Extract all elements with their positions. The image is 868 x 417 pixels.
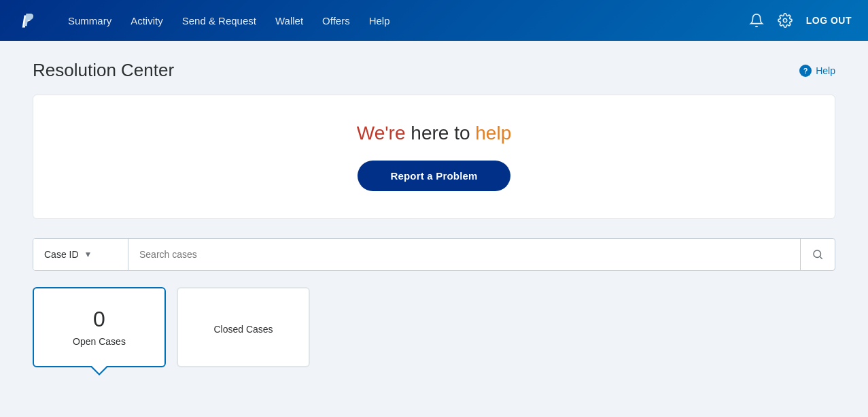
svg-point-1 — [814, 250, 821, 258]
help-circle-icon: ? — [799, 65, 812, 77]
help-link-label: Help — [816, 65, 835, 76]
navbar: Summary Activity Send & Request Wallet O… — [0, 0, 868, 41]
report-problem-button[interactable]: Report a Problem — [358, 161, 510, 191]
navbar-right: LOG OUT — [749, 13, 852, 28]
closed-cases-tab[interactable]: Closed Cases — [177, 287, 310, 367]
search-input[interactable] — [128, 239, 800, 270]
nav-wallet[interactable]: Wallet — [275, 15, 303, 27]
paypal-logo[interactable] — [16, 8, 41, 33]
search-bar: Case ID ▼ — [33, 238, 835, 271]
hero-title-were: We're — [357, 122, 406, 144]
open-cases-tab[interactable]: 0 Open Cases — [33, 287, 166, 367]
nav-links: Summary Activity Send & Request Wallet O… — [68, 15, 727, 27]
nav-summary[interactable]: Summary — [68, 15, 111, 27]
hero-title: We're here to help — [357, 122, 511, 144]
nav-activity[interactable]: Activity — [131, 15, 163, 27]
nav-help[interactable]: Help — [369, 15, 390, 27]
search-button[interactable] — [800, 239, 835, 270]
hero-title-help: help — [475, 122, 511, 144]
settings-button[interactable] — [778, 13, 793, 28]
case-id-dropdown[interactable]: Case ID ▼ — [33, 239, 128, 270]
svg-point-0 — [783, 18, 787, 22]
page-title: Resolution Center — [33, 60, 174, 81]
dropdown-label: Case ID — [44, 249, 79, 260]
open-cases-count: 0 — [93, 307, 105, 331]
open-cases-label: Open Cases — [73, 336, 126, 347]
nav-send-request[interactable]: Send & Request — [182, 15, 256, 27]
logout-button[interactable]: LOG OUT — [806, 15, 852, 26]
page-header: Resolution Center ? Help — [33, 60, 835, 81]
nav-offers[interactable]: Offers — [322, 15, 350, 27]
cases-tabs: 0 Open Cases Closed Cases — [33, 287, 835, 367]
help-link[interactable]: ? Help — [799, 65, 835, 77]
closed-cases-label: Closed Cases — [213, 324, 273, 335]
hero-card: We're here to help Report a Problem — [33, 95, 835, 219]
page-content: Resolution Center ? Help We're here to h… — [0, 41, 868, 367]
notifications-button[interactable] — [749, 13, 764, 28]
hero-title-here: here to — [406, 122, 476, 144]
dropdown-arrow-icon: ▼ — [84, 250, 92, 259]
svg-line-2 — [820, 256, 822, 258]
